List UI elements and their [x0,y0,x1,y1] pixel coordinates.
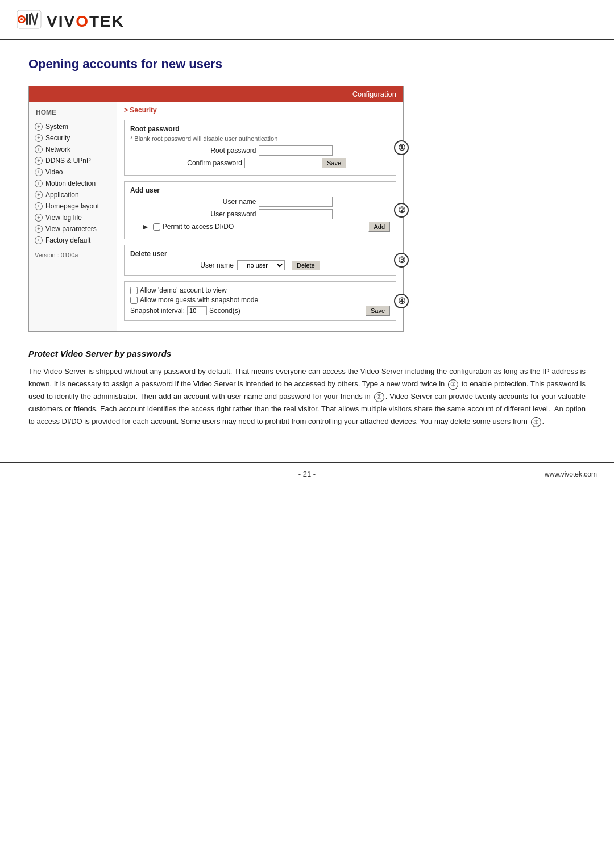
sidebar-item-application-label: Application [45,191,79,199]
security-bullet-icon: + [35,134,43,142]
svg-point-3 [20,18,23,20]
section2-wrapper: Add user User name User password ► [124,181,396,239]
sidebar-item-factory[interactable]: + Factory default [29,235,117,246]
permit-arrow-icon: ► [142,222,150,231]
description-subtitle: Protect Video Server by passwords [28,349,586,358]
add-user-password-label: User password [188,210,256,218]
add-user-name-row: User name [130,197,390,207]
add-user-password-input[interactable] [259,209,333,219]
confirm-password-row: Confirm password Save [130,158,390,168]
root-password-input[interactable] [259,145,333,156]
confirm-password-label: Confirm password [174,159,242,167]
sidebar-item-system[interactable]: + System [29,121,117,132]
allow-demo-checkbox[interactable] [130,287,138,294]
permit-checkbox[interactable] [153,223,160,231]
breadcrumb: > Security [124,106,396,114]
allow-demo-row: Allow 'demo' account to view [130,286,390,294]
section-delete-user: Delete user User name -- no user -- Dele… [124,245,396,276]
sidebar: HOME + System + Security + Network + DDN… [29,102,117,331]
ddns-bullet-icon: + [35,157,43,165]
sidebar-item-motion[interactable]: + Motion detection [29,178,117,189]
allow-guests-checkbox[interactable] [130,297,138,304]
add-user-name-input[interactable] [259,197,333,207]
viewparams-bullet-icon: + [35,225,43,233]
config-main: > Security Root password * Blank root pa… [117,102,403,331]
sidebar-item-viewlog[interactable]: + View log file [29,212,117,223]
section1-wrapper: Root password * Blank root password will… [124,120,396,176]
footer: - 21 - www.vivotek.com [0,463,614,485]
section3-wrapper: Delete user User name -- no user -- Dele… [124,245,396,276]
config-header-label: Configuration [352,90,396,98]
system-bullet-icon: + [35,123,43,131]
add-user-name-label: User name [188,198,256,206]
sidebar-item-network[interactable]: + Network [29,144,117,155]
sidebar-item-network-label: Network [45,145,70,153]
factory-bullet-icon: + [35,236,43,244]
delete-user-title: Delete user [130,250,390,258]
section-allow-settings: Allow 'demo' account to view Allow more … [124,281,396,321]
allow-guests-label: Allow more guests with snapshot mode [140,296,258,304]
viewlog-bullet-icon: + [35,214,43,222]
config-panel: Configuration HOME + System + Security +… [28,86,404,332]
vivotek-logo-icon [17,10,44,33]
footer-url: www.vivotek.com [545,470,597,478]
add-user-password-row: User password [130,209,390,219]
circle-2: ② [374,392,384,402]
network-bullet-icon: + [35,145,43,153]
svg-rect-5 [29,14,31,25]
allow-demo-label: Allow 'demo' account to view [140,286,227,294]
sidebar-item-homepage-label: Homepage layout [45,202,99,210]
sidebar-version: Version : 0100a [29,246,117,261]
sidebar-item-video[interactable]: + Video [29,166,117,178]
delete-user-select[interactable]: -- no user -- [237,260,285,270]
main-content: Opening accounts for new users Configura… [0,40,614,445]
sidebar-item-motion-label: Motion detection [45,180,96,187]
section4-wrapper: Allow 'demo' account to view Allow more … [124,281,396,321]
circle-1: ① [448,379,458,390]
sidebar-item-security-label: Security [45,134,70,142]
sidebar-item-viewparams-label: View parameters [45,225,97,233]
section-add-user: Add user User name User password ► [124,181,396,239]
permit-label: Permit to access DI/DO [163,223,234,231]
snapshot-input[interactable] [187,306,207,315]
add-user-title: Add user [130,186,390,194]
section4-save-button[interactable]: Save [366,306,390,316]
config-body: HOME + System + Security + Network + DDN… [29,102,403,331]
root-password-label: Root password [188,147,256,155]
permit-row: ► Permit to access DI/DO Add [130,222,390,232]
sidebar-item-application[interactable]: + Application [29,189,117,201]
homepage-bullet-icon: + [35,202,43,210]
sidebar-item-system-label: System [45,123,68,131]
logo-text: VIVOTEK [47,12,125,31]
sidebar-item-video-label: Video [45,168,63,176]
root-password-note: * Blank root password will disable user … [130,135,390,142]
confirm-password-input[interactable] [244,158,318,168]
header: VIVOTEK [0,0,614,40]
footer-page: - 21 - [298,470,316,478]
add-user-button[interactable]: Add [368,222,390,232]
video-bullet-icon: + [35,168,43,176]
svg-rect-4 [26,14,28,25]
sidebar-item-viewparams[interactable]: + View parameters [29,223,117,235]
delete-user-button[interactable]: Delete [292,260,320,270]
delete-user-row: User name -- no user -- Delete [130,260,390,270]
description-section: Protect Video Server by passwords The Vi… [28,349,586,428]
snapshot-unit: Second(s) [209,307,240,315]
root-password-save-button[interactable]: Save [322,158,346,168]
sidebar-item-ddns-label: DDNS & UPnP [45,157,91,165]
sidebar-item-ddns[interactable]: + DDNS & UPnP [29,155,117,166]
circle-3: ③ [531,417,541,427]
config-header: Configuration [29,86,403,102]
sidebar-item-homepage[interactable]: + Homepage layout [29,201,117,212]
motion-bullet-icon: + [35,180,43,187]
allow-guests-row: Allow more guests with snapshot mode [130,296,390,304]
sidebar-item-viewlog-label: View log file [45,214,82,222]
logo: VIVOTEK [17,10,597,33]
section-root-password: Root password * Blank root password will… [124,120,396,176]
root-password-row: Root password [130,145,390,156]
sidebar-home-label: HOME [29,106,117,121]
sidebar-item-factory-label: Factory default [45,236,90,244]
sidebar-item-security[interactable]: + Security [29,132,117,144]
application-bullet-icon: + [35,191,43,199]
delete-user-name-label: User name [200,261,234,269]
